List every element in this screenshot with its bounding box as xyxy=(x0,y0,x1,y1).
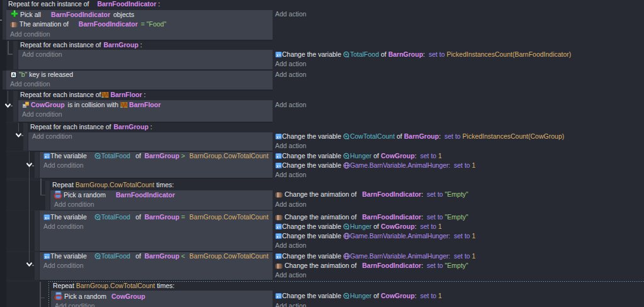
svg-text:x=: x= xyxy=(45,216,50,220)
svg-text:x=: x= xyxy=(276,53,281,57)
svg-text:x=: x= xyxy=(276,135,281,139)
svg-text:x=: x= xyxy=(276,154,281,159)
svg-text:x=: x= xyxy=(276,294,281,299)
svg-text:x=: x= xyxy=(45,255,50,259)
svg-text:x=: x= xyxy=(45,154,50,159)
svg-text:x=: x= xyxy=(276,235,281,239)
svg-text:x=: x= xyxy=(276,255,281,259)
svg-text:x=: x= xyxy=(276,225,281,229)
svg-text:A: A xyxy=(12,72,16,78)
svg-text:x=: x= xyxy=(276,164,281,168)
